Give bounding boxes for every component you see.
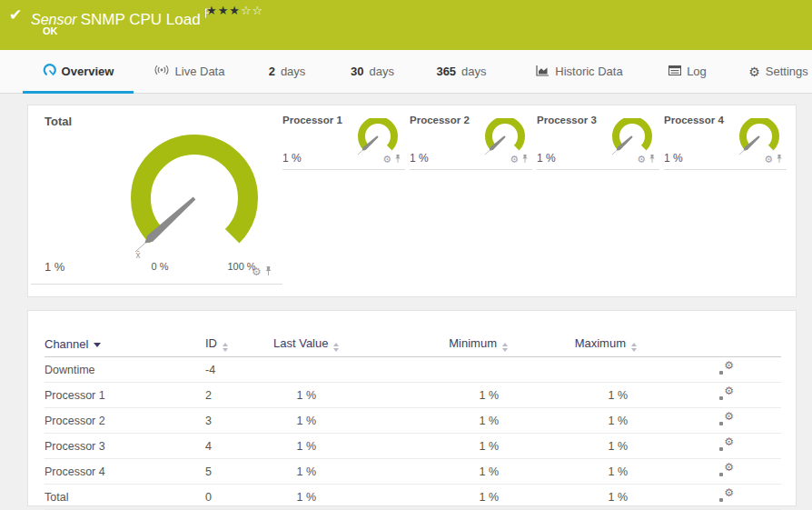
cell-channel: Processor 4 (45, 459, 205, 485)
status-badge: OK (43, 25, 58, 36)
cell-minimum: 1 % (325, 383, 508, 408)
total-gauge-label: Total (45, 115, 72, 128)
cell-maximum: 1 % (508, 459, 637, 485)
cell-last-value: 1 % (273, 408, 325, 434)
table-row: Processor 1 2 1 % 1 % 1 % ⚙ (45, 383, 781, 408)
column-header-channel[interactable]: Channel (45, 331, 205, 357)
cell-channel: Processor 3 (45, 434, 205, 459)
column-header-id[interactable]: ID (205, 331, 273, 357)
channel-gauge-arc (743, 120, 776, 148)
chart-icon (536, 65, 550, 79)
tab-overview[interactable]: Overview (23, 50, 134, 93)
table-row: Processor 2 3 1 % 1 % 1 % ⚙ (45, 408, 781, 434)
channel-gauge-label: Processor 4 (664, 115, 724, 125)
tab-live-data[interactable]: Live Data (144, 50, 234, 93)
cell-maximum (508, 357, 637, 383)
channel-settings-gears-icon[interactable]: ⚙ (718, 464, 734, 477)
channel-gauge-arc (489, 120, 521, 148)
cell-maximum: 1 % (508, 434, 637, 459)
sensor-name: SNMP CPU Load (81, 11, 201, 28)
column-header-last-value[interactable]: Last Value (273, 331, 325, 357)
channel-settings-gears-icon[interactable]: ⚙ (718, 489, 734, 503)
tab-365-days[interactable]: 365 days (427, 50, 496, 93)
channel-settings-gears-icon[interactable]: ⚙ (718, 387, 734, 401)
channel-gauge-arc (361, 120, 394, 148)
channel-gauge (737, 118, 782, 158)
table-row: Processor 3 4 1 % 1 % 1 % ⚙ (45, 434, 781, 459)
total-gauge: x̄ 0 % 100 % (114, 125, 273, 275)
cell-id: -4 (205, 357, 273, 383)
column-header-minimum[interactable]: Minimum (325, 331, 508, 357)
gauge-pin-icon[interactable] (394, 154, 401, 165)
cell-minimum: 1 % (325, 459, 508, 485)
column-header-actions (637, 331, 781, 357)
cell-channel: Downtime (45, 357, 205, 383)
cell-actions: ⚙ (637, 357, 781, 383)
tab-2-days-number: 2 (269, 65, 275, 78)
cell-last-value: 1 % (273, 485, 325, 510)
tab-log[interactable]: Log (659, 50, 716, 93)
channel-settings-gears-icon[interactable]: ⚙ (718, 438, 734, 452)
sort-toggle-icon (333, 343, 339, 352)
channel-gauge-actions: ⚙ (382, 154, 401, 165)
tab-historic-data-label: Historic Data (555, 65, 622, 78)
channel-gauge-cell: Processor 4 1 % ⚙ (664, 113, 787, 170)
channel-gauge-label: Processor 1 (282, 115, 342, 125)
tab-overview-label: Overview (62, 65, 114, 78)
tab-settings[interactable]: ⚙ Settings (745, 50, 812, 93)
priority-stars-empty: ☆☆ (241, 4, 263, 17)
sort-toggle-icon (223, 343, 228, 352)
column-header-maximum[interactable]: Maximum (508, 331, 637, 357)
gauge-settings-gear-icon[interactable]: ⚙ (764, 155, 773, 165)
tab-2-days[interactable]: 2 days (260, 50, 314, 93)
channel-gauge-value: 1 % (537, 152, 556, 165)
tab-log-label: Log (687, 65, 707, 78)
cell-id: 4 (205, 434, 273, 459)
cell-channel: Processor 2 (45, 408, 205, 434)
tab-live-data-label: Live Data (175, 65, 225, 78)
gauge-panel: Total x̄ 0 % 100 % 1 % ⚙ Processor 1 1 %… (27, 105, 797, 297)
cell-last-value (273, 357, 325, 383)
channel-gauge (355, 118, 401, 158)
gauge-pin-icon[interactable] (776, 154, 783, 165)
channel-gauge-needle-tail (612, 151, 617, 155)
cell-channel: Total (45, 485, 205, 510)
total-gauge-arc (141, 145, 248, 236)
priority-stars[interactable]: ★★★☆☆ (206, 4, 263, 17)
cell-last-value: 1 % (273, 383, 325, 408)
channel-gauge-actions: ⚙ (510, 154, 529, 165)
table-row: Downtime -4 ⚙ (45, 357, 781, 383)
tab-bar: Overview Live Data 2 days 30 days 365 da… (0, 50, 812, 94)
tab-historic-data[interactable]: Historic Data (523, 50, 636, 93)
channel-settings-gears-icon[interactable]: ⚙ (718, 413, 734, 426)
gauge-pin-icon[interactable] (521, 154, 529, 165)
cell-actions: ⚙ (637, 459, 781, 485)
total-gauge-actions: ⚙ (252, 265, 272, 278)
total-gauge-value: 1 % (45, 260, 64, 274)
channel-gauge-value: 1 % (664, 152, 683, 165)
cell-actions: ⚙ (637, 408, 781, 434)
channel-table-body: Downtime -4 ⚙ Processor 1 2 1 % 1 % 1 % … (45, 357, 781, 510)
tab-365-days-unit: days (461, 65, 486, 78)
table-row: Total 0 1 % 1 % 1 % ⚙ (45, 485, 781, 510)
gauge-settings-gear-icon[interactable]: ⚙ (252, 266, 262, 277)
gauge-pin-icon[interactable] (649, 154, 656, 165)
channel-settings-gears-icon[interactable]: ⚙ (718, 362, 734, 375)
tab-365-days-number: 365 (436, 65, 456, 78)
channel-gauge-value: 1 % (282, 152, 302, 165)
cell-channel: Processor 1 (45, 383, 205, 408)
gear-icon: ⚙ (748, 65, 760, 78)
log-icon (668, 65, 681, 78)
cell-minimum: 1 % (325, 485, 508, 510)
cell-minimum: 1 % (325, 434, 508, 459)
sensor-status-band: ✔ SensorSNMP CPU Load ★★★☆☆ OK (0, 0, 812, 50)
channel-gauge-needle-tail (358, 151, 362, 155)
table-row: Processor 4 5 1 % 1 % 1 % ⚙ (45, 459, 781, 485)
gauge-settings-gear-icon[interactable]: ⚙ (637, 155, 646, 165)
cell-minimum (325, 357, 508, 383)
gauge-pin-icon[interactable] (264, 265, 272, 278)
channel-gauge-needle-tail (485, 151, 490, 155)
gauge-settings-gear-icon[interactable]: ⚙ (382, 155, 391, 165)
tab-30-days[interactable]: 30 days (343, 50, 401, 93)
gauge-settings-gear-icon[interactable]: ⚙ (510, 155, 519, 165)
